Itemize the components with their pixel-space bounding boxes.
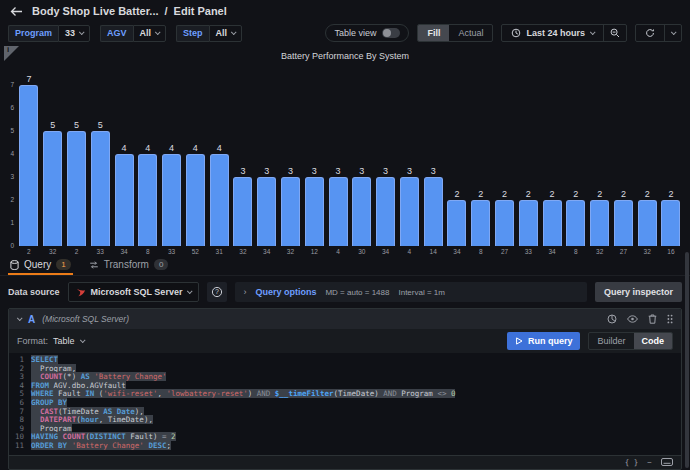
code-line[interactable]: COUNT(*) AS 'Battery Change' <box>31 373 681 382</box>
tab-query-label: Query <box>24 259 51 270</box>
chart-panel: i Battery Performance By System 01234567… <box>4 46 686 252</box>
fill-button[interactable]: Fill <box>418 25 449 41</box>
drag-handle-icon[interactable] <box>667 314 673 324</box>
bar: 2 <box>540 189 564 246</box>
bar: 3 <box>255 166 279 246</box>
dashboard-title[interactable]: Body Shop Live Batter... <box>32 5 159 17</box>
bar-value-label: 4 <box>122 143 127 153</box>
bar-value-label: 7 <box>26 74 31 84</box>
editor-tabs: Query 1 Transform 0 <box>0 252 690 276</box>
bar-value-label: 2 <box>668 189 673 199</box>
query-editor-card: A (Microsoft SQL Server) Format: Table <box>8 308 682 470</box>
bar: 2 <box>469 189 493 246</box>
bar: 3 <box>374 166 398 246</box>
variable-program[interactable]: Program 33 <box>8 25 90 42</box>
collapse-query-icon[interactable] <box>17 315 23 321</box>
code-button[interactable]: Code <box>634 333 673 349</box>
x-axis-tick-label: 34 <box>540 246 564 255</box>
breadcrumb-separator: / <box>165 5 168 17</box>
bar: 3 <box>350 166 374 246</box>
datasource-picker[interactable]: Microsoft SQL Server <box>68 282 200 302</box>
time-range-button[interactable]: Last 24 hours <box>502 25 603 41</box>
query-header-row[interactable]: A (Microsoft SQL Server) <box>9 309 681 329</box>
query-options-row: Data source Microsoft SQL Server ? › Que… <box>8 281 682 303</box>
duplicate-query-icon[interactable] <box>607 314 617 324</box>
variable-agv[interactable]: AGV All <box>100 25 166 42</box>
tab-transform-label: Transform <box>104 259 149 270</box>
page-scrollbar[interactable] <box>685 252 689 468</box>
bar: 3 <box>326 166 350 246</box>
query-options-box: › Query options MD = auto = 1488 Interva… <box>235 282 587 302</box>
bar: 2 <box>493 189 517 246</box>
back-arrow-icon[interactable] <box>10 6 23 17</box>
tab-transform-count: 0 <box>154 259 168 270</box>
play-icon <box>515 337 523 345</box>
bar: 2 <box>564 189 588 246</box>
x-axis-tick-label: 30 <box>350 246 374 255</box>
tab-transform[interactable]: Transform 0 <box>89 259 169 275</box>
table-view-toggle[interactable]: Table view <box>325 24 409 42</box>
time-range-label: Last 24 hours <box>526 28 585 38</box>
line-number: 11 <box>9 442 24 451</box>
bar-value-label: 3 <box>312 166 317 176</box>
run-query-button[interactable]: Run query <box>507 332 581 350</box>
bar-value-label: 3 <box>431 166 436 176</box>
y-axis-tick-label: 2 <box>10 196 14 203</box>
chevron-down-icon <box>155 29 161 35</box>
bar-value-label: 2 <box>597 189 602 199</box>
chevron-right-icon[interactable]: › <box>243 287 246 297</box>
x-axis-tick-label: 8 <box>564 246 588 255</box>
code-line[interactable]: ORDER BY 'Battery Change' DESC; <box>31 442 681 451</box>
zoom-out-time-button[interactable] <box>603 25 626 41</box>
toggle-switch[interactable] <box>382 28 400 38</box>
line-numbers: 1234567891011 <box>9 356 31 451</box>
datasource-value: Microsoft SQL Server <box>91 287 183 297</box>
keyboard-shortcuts-icon[interactable] <box>661 458 673 466</box>
bar: 5 <box>65 120 89 246</box>
refresh-button[interactable] <box>636 25 664 41</box>
bar-value-label: 3 <box>359 166 364 176</box>
query-inspector-button[interactable]: Query inspector <box>595 282 682 302</box>
fill-actual-switch: Fill Actual <box>417 24 493 42</box>
code-lines[interactable]: SELECT Program, COUNT(*) AS 'Battery Cha… <box>31 356 681 451</box>
actual-button[interactable]: Actual <box>449 25 492 41</box>
bar-value-label: 2 <box>454 189 459 199</box>
sql-code-editor[interactable]: 1234567891011 SELECT Program, COUNT(*) A… <box>9 353 681 455</box>
bar: 4 <box>207 143 231 246</box>
x-axis-tick-label: 34 <box>445 246 469 255</box>
x-axis-labels: 2322333483352313234321243034414348273334… <box>17 246 686 255</box>
format-label: Format: <box>17 336 48 346</box>
bar-value-label: 3 <box>407 166 412 176</box>
builder-button[interactable]: Builder <box>589 333 633 349</box>
bar: 3 <box>279 166 303 246</box>
builder-code-switch: Builder Code <box>588 332 673 350</box>
variable-program-value[interactable]: 33 <box>58 25 90 42</box>
variable-step-value[interactable]: All <box>209 25 243 42</box>
bar-value-label: 2 <box>573 189 578 199</box>
code-line[interactable]: SELECT <box>31 356 681 365</box>
datasource-help-button[interactable]: ? <box>207 282 227 302</box>
x-axis-tick-label: 34 <box>112 246 136 255</box>
format-code-icon[interactable]: { } <box>625 458 639 467</box>
bar: 3 <box>302 166 326 246</box>
tab-query[interactable]: Query 1 <box>10 259 71 275</box>
hide-response-eye-icon[interactable] <box>627 315 638 323</box>
format-select[interactable]: Table <box>53 336 84 346</box>
variable-agv-value[interactable]: All <box>133 25 167 42</box>
chevron-down-icon <box>671 29 677 35</box>
refresh-interval-button[interactable] <box>664 25 681 41</box>
delete-query-trash-icon[interactable] <box>648 314 657 324</box>
bar-value-label: 3 <box>336 166 341 176</box>
query-options-link[interactable]: Query options <box>255 287 316 297</box>
y-axis-tick-label: 0 <box>10 242 14 249</box>
bar-value-label: 4 <box>193 143 198 153</box>
x-axis-tick-label: 8 <box>136 246 160 255</box>
bar-value-label: 2 <box>645 189 650 199</box>
y-axis-tick-label: 6 <box>10 104 14 111</box>
code-line[interactable]: DATEPART(hour, TimeDate), <box>31 416 681 425</box>
minimize-icon[interactable]: − <box>647 458 652 467</box>
x-axis-tick-label: 34 <box>255 246 279 255</box>
code-line[interactable]: WHERE Fault IN ('wifi-reset', 'lowbatter… <box>31 390 681 399</box>
header: Body Shop Live Batter... / Edit Panel <box>0 0 690 22</box>
variable-step[interactable]: Step All <box>176 25 242 42</box>
